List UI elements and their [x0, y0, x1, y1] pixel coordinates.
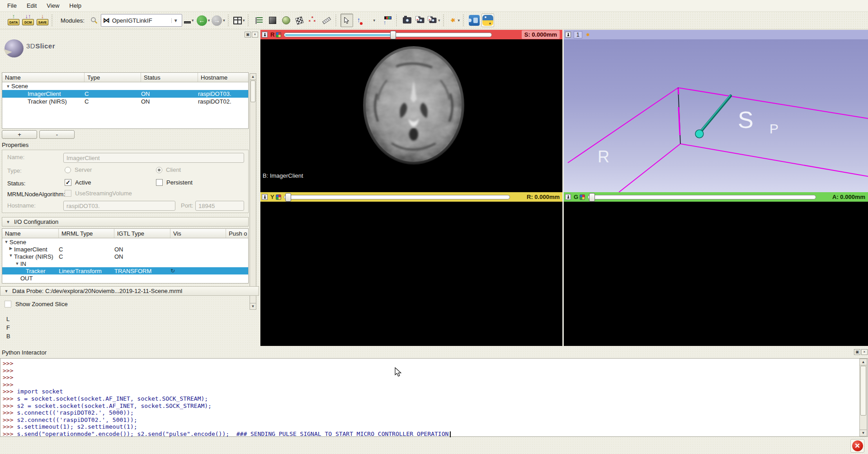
volume-module-button[interactable] — [266, 14, 279, 27]
python-interactor-button[interactable] — [481, 14, 494, 27]
green-slice-slider[interactable] — [588, 195, 816, 199]
col-name[interactable]: Name — [2, 73, 85, 82]
type-client-radio[interactable]: Client — [156, 166, 181, 173]
show-zoomed-slice-checkbox[interactable]: Show Zoomed Slice — [5, 301, 68, 307]
pin-icon[interactable] — [565, 194, 571, 200]
scroll-down-icon[interactable]: ▼ — [250, 303, 256, 309]
active-checkbox[interactable]: ✓Active — [65, 179, 91, 186]
add-connector-button[interactable]: + — [2, 130, 37, 139]
io-row-tracker-item[interactable]: Tracker LinearTransform TRANSFORM ↻ — [2, 267, 248, 274]
view-link-icon[interactable] — [276, 32, 281, 38]
place-fiducial-button[interactable]: ↑ — [354, 14, 367, 27]
console-scrollbar[interactable]: ▲ ▼ — [859, 359, 867, 436]
load-data-button[interactable]: ↑DATA — [7, 14, 20, 27]
panel-undock-icon[interactable]: ▣ — [245, 32, 251, 38]
screenshot-button[interactable] — [401, 14, 414, 27]
streaming-checkbox[interactable]: UseStreamingVolume — [65, 190, 132, 197]
hostname-field[interactable]: raspiDOT03. — [63, 201, 175, 211]
module-history-button[interactable]: ▾ — [183, 14, 195, 27]
tree-row-scene[interactable]: ▼Scene — [2, 82, 248, 90]
extensions-manager-button[interactable] — [468, 14, 481, 27]
python-close-icon[interactable]: × — [861, 349, 868, 355]
close-python-button[interactable]: ✕ — [850, 439, 864, 453]
save-button[interactable]: ↓SAVE — [36, 14, 49, 27]
transforms-module-button[interactable] — [293, 14, 306, 27]
type-server-radio[interactable]: Server — [65, 166, 92, 173]
fiducials-module-button[interactable]: *** — [307, 14, 320, 27]
io-col-name[interactable]: Name — [2, 229, 59, 238]
col-type[interactable]: Type — [85, 73, 141, 82]
extensions-icon — [469, 15, 480, 26]
scroll-up-icon[interactable]: ▲ — [250, 74, 256, 80]
models-module-button[interactable] — [280, 14, 292, 27]
io-row-out[interactable]: OUT — [2, 274, 248, 282]
slider-handle[interactable] — [285, 193, 291, 202]
remove-connector-button[interactable]: - — [39, 130, 75, 139]
scene-view-capture-button[interactable] — [415, 14, 427, 27]
connector-table: Name Type Status Hostname ▼Scene ImagerC… — [2, 72, 249, 129]
threed-canvas[interactable]: R S P — [564, 39, 868, 192]
yellow-slice-canvas[interactable] — [260, 202, 562, 346]
panel-close-icon[interactable]: × — [252, 32, 258, 38]
crosshair-button[interactable]: ++▾ — [448, 14, 461, 27]
python-undock-icon[interactable]: ▣ — [854, 349, 860, 355]
col-status[interactable]: Status — [141, 73, 198, 82]
slicer-brand: 3DSlicer — [26, 42, 55, 50]
module-back-button[interactable]: ←▾ — [196, 14, 211, 27]
mouse-interaction-button[interactable] — [340, 14, 353, 27]
menu-help[interactable]: Help — [65, 1, 86, 10]
scroll-down-icon[interactable]: ▼ — [860, 430, 867, 436]
data-probe-section[interactable]: ▼ Data Probe: C:/dev/explora/20Noviemb..… — [0, 286, 259, 296]
scene-view-restore-button[interactable]: ▾ — [428, 14, 441, 27]
io-row-tracker[interactable]: ▼Tracker (NIRS) C ON — [2, 253, 248, 260]
io-row-in[interactable]: ▼IN — [2, 260, 248, 267]
col-hostname[interactable]: Hostname — [198, 73, 248, 82]
connector-row-tracker[interactable]: Tracker (NIRS) C ON raspiDOT02. — [2, 98, 248, 105]
red-slice-canvas[interactable]: B: ImagerClient — [260, 39, 562, 192]
load-dicom-button[interactable]: ↓↑DCM — [21, 14, 35, 27]
annotations-ruler-button[interactable] — [321, 14, 333, 27]
scroll-up-icon[interactable]: ▲ — [860, 359, 867, 365]
pin-icon[interactable] — [262, 194, 268, 200]
scrollbar-thumb[interactable] — [860, 366, 866, 416]
view-link-icon[interactable] — [276, 194, 281, 200]
place-mode-dropdown[interactable]: ▾ — [368, 14, 380, 27]
io-configuration-section[interactable]: ▼ I/O Configuration — [2, 217, 249, 227]
green-slice-canvas[interactable] — [564, 202, 868, 346]
pin-icon[interactable] — [565, 32, 571, 38]
red-slice-slider[interactable] — [284, 33, 492, 37]
layout-selector-button[interactable]: ▾ — [233, 14, 245, 27]
menu-file[interactable]: File — [3, 1, 21, 10]
visibility-eye-icon[interactable]: ↻ — [170, 268, 175, 274]
module-hierarchy-button[interactable] — [253, 14, 265, 27]
persistent-checkbox[interactable]: Persistent — [156, 179, 193, 186]
io-col-mrml[interactable]: MRML Type — [59, 229, 114, 238]
spin-view-icon[interactable]: ++ — [584, 31, 590, 38]
io-col-igtl[interactable]: IGTL Type — [114, 229, 170, 238]
port-field[interactable]: 18945 — [195, 201, 244, 211]
slider-handle[interactable] — [589, 193, 595, 202]
module-forward-button[interactable]: →▾ — [211, 14, 226, 27]
scrollbar-thumb[interactable] — [250, 80, 255, 102]
yellow-slice-slider[interactable] — [284, 195, 510, 199]
io-row-scene[interactable]: ▼Scene — [2, 238, 248, 246]
menu-edit[interactable]: Edit — [22, 1, 41, 10]
connector-name-field[interactable]: ImagerClient — [63, 153, 244, 163]
python-line: >>>import socket — [3, 388, 868, 395]
io-col-vis[interactable]: Vis — [170, 229, 226, 238]
module-search-button[interactable] — [88, 14, 100, 27]
sphere-icon — [282, 16, 290, 24]
python-console[interactable]: >>> >>> >>> >>> >>>import socket >>>s = … — [0, 358, 868, 437]
view-link-icon[interactable] — [580, 194, 585, 200]
io-row-imagerclient[interactable]: ▶ImagerClient C ON — [2, 246, 248, 253]
slider-handle[interactable] — [390, 31, 396, 39]
threed-viewer: 1 ++ R S P — [564, 30, 868, 192]
pin-icon[interactable] — [262, 32, 268, 38]
module-selector-combobox[interactable]: ⋈ OpenIGTLinkIF ▼ — [101, 14, 182, 27]
status-label: Status: — [7, 180, 25, 187]
module-panel-scrollbar[interactable]: ▲ ▼ — [250, 73, 256, 310]
io-col-push[interactable]: Push o — [226, 229, 248, 238]
menu-view[interactable]: View — [42, 1, 64, 10]
connector-row-imagerclient[interactable]: ImagerClient C ON raspiDOT03. — [2, 90, 248, 98]
colors-flag-button[interactable]: ↑ — [381, 14, 394, 27]
